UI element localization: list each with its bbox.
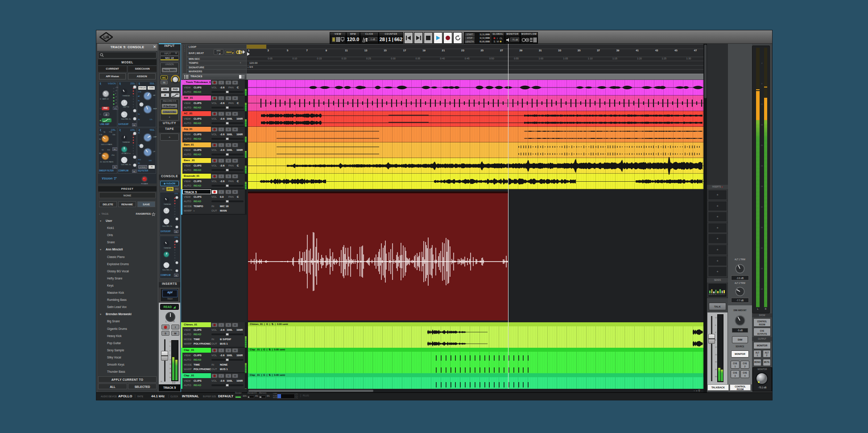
svg-text:R: R [173, 320, 175, 322]
svg-text:L: L [165, 320, 167, 322]
